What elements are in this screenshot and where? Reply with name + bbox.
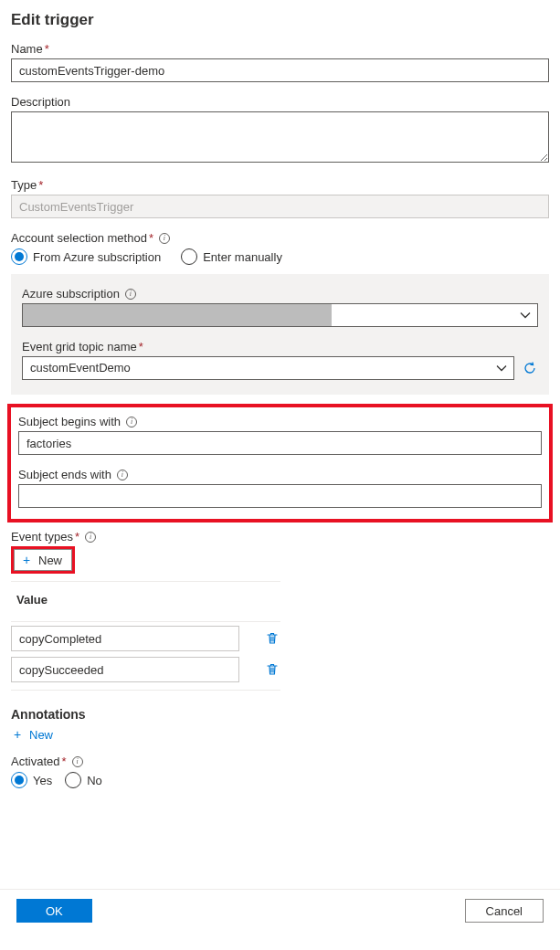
required-asterisk: * [61, 755, 66, 768]
refresh-button[interactable] [522, 360, 538, 376]
info-icon[interactable]: i [125, 289, 136, 300]
info-icon[interactable]: i [85, 532, 96, 543]
divider [11, 581, 280, 582]
required-asterisk: * [38, 178, 43, 192]
event-grid-topic-select-wrap: customEventDemo [22, 356, 514, 380]
radio-from-subscription-label: From Azure subscription [33, 250, 161, 264]
account-selection-radio-group: From Azure subscription Enter manually [11, 248, 549, 265]
subject-ends-input[interactable] [18, 484, 542, 508]
name-label-text: Name [11, 42, 43, 56]
required-asterisk: * [45, 42, 49, 56]
radio-checked-icon [11, 772, 27, 788]
radio-unchecked-icon [181, 248, 197, 265]
name-input[interactable] [11, 58, 549, 82]
azure-subscription-block: Azure subscription i . [22, 287, 538, 327]
subject-begins-block: Subject begins with i [18, 415, 542, 455]
info-icon[interactable]: i [126, 417, 137, 428]
event-type-row [11, 626, 280, 651]
plus-icon: + [20, 553, 33, 567]
description-label-text: Description [11, 95, 70, 109]
event-grid-topic-block: Event grid topic name * customEventDemo [22, 340, 538, 380]
required-asterisk: * [139, 340, 143, 354]
required-asterisk: * [149, 231, 153, 245]
azure-subscription-label: Azure subscription i [22, 287, 538, 301]
subject-ends-block: Subject ends with i [18, 468, 542, 508]
name-field-block: Name * [11, 42, 549, 82]
radio-enter-manually-label: Enter manually [203, 250, 282, 264]
event-type-row [11, 657, 280, 682]
add-annotation-button[interactable]: + New [11, 727, 53, 742]
info-icon[interactable]: i [117, 470, 128, 480]
new-event-type-highlight: + New [11, 546, 75, 574]
subject-begins-input[interactable] [18, 431, 542, 455]
required-asterisk: * [75, 530, 79, 544]
radio-checked-icon [11, 248, 27, 265]
radio-unchecked-icon [65, 772, 81, 788]
plus-icon: + [11, 727, 24, 742]
azure-subscription-label-text: Azure subscription [22, 287, 120, 301]
radio-yes-label: Yes [33, 774, 52, 787]
cancel-button[interactable]: Cancel [465, 899, 544, 923]
info-icon[interactable]: i [159, 233, 170, 244]
radio-enter-manually[interactable]: Enter manually [181, 248, 282, 265]
delete-event-type-button[interactable] [265, 629, 280, 648]
radio-activated-yes[interactable]: Yes [11, 772, 52, 788]
annotations-block: Annotations + New [11, 707, 549, 742]
azure-subscription-select-wrap: . [22, 303, 538, 327]
event-grid-topic-label-text: Event grid topic name [22, 340, 137, 354]
subject-ends-label-text: Subject ends with [18, 468, 111, 481]
radio-from-subscription[interactable]: From Azure subscription [11, 248, 161, 265]
radio-no-label: No [87, 774, 102, 787]
subject-filter-highlight: Subject begins with i Subject ends with … [7, 404, 553, 522]
add-event-type-button[interactable]: + New [14, 549, 72, 571]
event-type-value-input[interactable] [11, 626, 239, 651]
activated-label: Activated * i [11, 755, 549, 768]
annotations-heading: Annotations [11, 707, 549, 722]
subscription-panel: Azure subscription i . Event grid topic … [11, 274, 549, 395]
subject-begins-label: Subject begins with i [18, 415, 542, 428]
event-types-label: Event types * i [11, 530, 549, 544]
subject-ends-label: Subject ends with i [18, 468, 542, 481]
radio-activated-no[interactable]: No [65, 772, 102, 788]
account-selection-label: Account selection method * i [11, 231, 549, 245]
type-label-text: Type [11, 178, 37, 192]
event-types-value-header: Value [11, 586, 280, 614]
type-label: Type * [11, 178, 549, 192]
name-label: Name * [11, 42, 549, 56]
event-types-table: Value [11, 581, 280, 691]
description-label: Description [11, 95, 549, 109]
divider [11, 621, 280, 622]
footer: OK Cancel [0, 889, 560, 932]
ok-button[interactable]: OK [16, 899, 92, 923]
divider [11, 690, 280, 691]
event-grid-topic-select[interactable]: customEventDemo [22, 356, 514, 380]
event-types-label-text: Event types [11, 530, 73, 544]
type-field-block: Type * [11, 178, 549, 218]
new-button-label: New [38, 554, 62, 567]
description-field-block: Description [11, 95, 549, 165]
event-grid-topic-label: Event grid topic name * [22, 340, 538, 354]
edit-trigger-panel: Edit trigger Name * Description Type * A… [0, 0, 560, 788]
account-selection-label-text: Account selection method [11, 231, 147, 245]
activated-label-text: Activated [11, 755, 59, 768]
type-input [11, 195, 549, 218]
event-type-value-input[interactable] [11, 657, 239, 682]
event-grid-topic-row: customEventDemo [22, 356, 538, 380]
page-title: Edit trigger [11, 11, 549, 29]
new-annotation-label: New [29, 728, 53, 742]
activated-block: Activated * i Yes No [11, 755, 549, 788]
activated-radio-group: Yes No [11, 772, 549, 788]
subject-begins-label-text: Subject begins with [18, 415, 121, 428]
description-input[interactable] [11, 111, 549, 163]
delete-event-type-button[interactable] [265, 660, 280, 679]
account-selection-block: Account selection method * i From Azure … [11, 231, 549, 265]
event-types-block: Event types * i + New Value [11, 530, 549, 691]
azure-subscription-select[interactable]: . [22, 303, 538, 327]
info-icon[interactable]: i [72, 756, 83, 767]
